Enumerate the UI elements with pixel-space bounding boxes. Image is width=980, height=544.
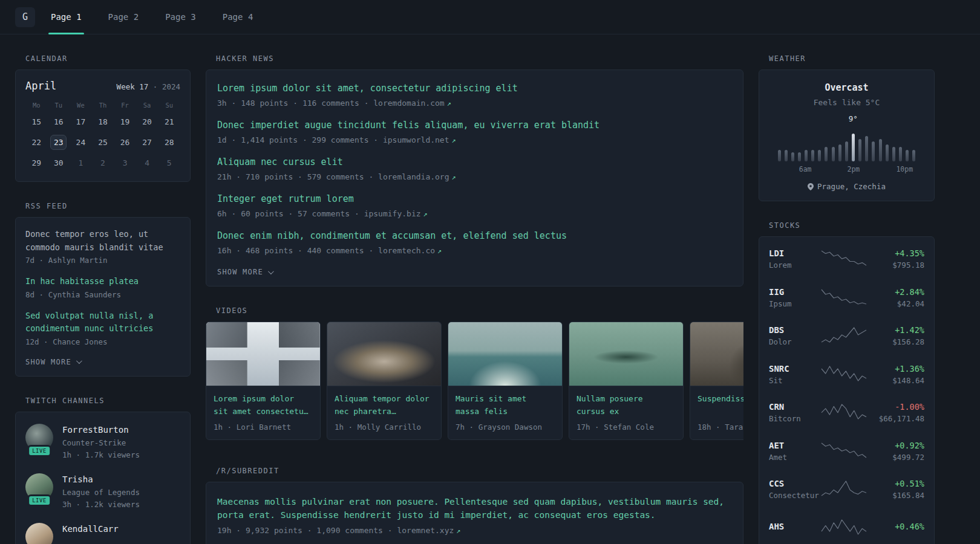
feed-item-domain[interactable]: ipsumworld.net: [383, 135, 449, 144]
stock-row[interactable]: IIG Ipsum +2.84% $42.04: [769, 279, 924, 317]
feed-item-title[interactable]: Donec imperdiet augue tincidunt felis al…: [217, 119, 732, 132]
twitch-channel-viewers: 1h · 1.7k viewers: [62, 450, 140, 459]
app-logo[interactable]: G: [15, 7, 35, 27]
calendar-date: 16: [50, 114, 67, 129]
subreddit-list: Maecenas mollis pulvinar erat non posuer…: [217, 495, 732, 535]
weather-peak-label: 9°: [849, 114, 858, 123]
feed-item-domain[interactable]: loremdomain.com: [373, 99, 444, 108]
calendar-month: April: [25, 80, 56, 92]
stock-sparkline: [821, 364, 867, 384]
feed-item-title[interactable]: Maecenas mollis pulvinar erat non posuer…: [217, 495, 732, 522]
stock-row[interactable]: SNRC Sit +1.36% $148.64: [769, 355, 924, 394]
weather-bar: [886, 144, 889, 161]
rss-show-more-button[interactable]: SHOW MORE: [25, 358, 80, 366]
page-tab[interactable]: Page 4: [223, 0, 253, 34]
stock-change: +1.36%: [867, 364, 924, 374]
feed-item-title[interactable]: Donec enim nibh, condimentum et accumsan…: [217, 230, 732, 242]
twitch-channel[interactable]: LIVE ForrestBurton Counter-Strike 1h · 1…: [25, 424, 180, 459]
rss-item-title[interactable]: Donec tempor eros leo, ut commodo mauris…: [25, 228, 180, 254]
feed-item-title[interactable]: Aliquam nec cursus elit: [217, 156, 732, 169]
feed-item-meta: 16h · 468 points · 440 comments · loremt…: [217, 246, 732, 255]
stock-symbol: CRN: [769, 402, 821, 412]
video-thumbnail: [206, 322, 320, 386]
hn-show-more-button[interactable]: SHOW MORE: [217, 268, 272, 276]
weather-time-label: 6am: [799, 165, 812, 173]
video-title: Suspendisse diam: [697, 393, 743, 418]
feed-item: Lorem ipsum dolor sit amet, consectetur …: [217, 82, 732, 108]
video-card[interactable]: Aliquam tempor dolor nec pharetra… 1h · …: [327, 322, 442, 440]
calendar-date: 15: [28, 114, 45, 129]
weather-bar: [798, 152, 801, 161]
feed-item: Maecenas mollis pulvinar erat non posuer…: [217, 495, 732, 535]
weather-bar: [825, 147, 828, 161]
twitch-list: LIVE ForrestBurton Counter-Strike 1h · 1…: [25, 424, 180, 544]
feed-item-domain[interactable]: ipsumify.biz: [364, 209, 421, 218]
weather-bar: [852, 134, 855, 161]
stock-name: Sit: [769, 376, 821, 385]
calendar-day-header: Fr: [121, 102, 129, 109]
weather-bar: [899, 147, 902, 161]
rss-list: Donec tempor eros leo, ut commodo mauris…: [25, 228, 180, 346]
video-card[interactable]: Suspendisse diam 18h · Tara: [690, 322, 743, 440]
calendar-separator: ·: [153, 82, 158, 91]
stock-price: $499.72: [867, 453, 924, 462]
feed-item-domain[interactable]: loremnet.xyz: [397, 526, 454, 535]
avatar-image: [25, 523, 53, 544]
feed-item-title[interactable]: Integer eget rutrum lorem: [217, 193, 732, 206]
stock-change: +1.42%: [867, 325, 924, 335]
video-card[interactable]: Mauris sit amet massa felis 7h · Grayson…: [448, 322, 563, 440]
page-tab[interactable]: Page 2: [108, 0, 139, 34]
feed-item-meta: 21h · 710 points · 579 comments · loreml…: [217, 172, 732, 181]
weather-bar: [892, 147, 895, 161]
stock-name: Lorem: [769, 261, 821, 270]
hacker-news-card: Lorem ipsum dolor sit amet, consectetur …: [206, 70, 743, 287]
weather-bar: [865, 136, 868, 161]
videos-section-title: VIDEOS: [216, 306, 743, 315]
stock-row[interactable]: DBS Dolor +1.42% $156.28: [769, 317, 924, 355]
stock-sparkline: [821, 441, 867, 461]
twitch-channel-category: League of Legends: [62, 488, 140, 497]
avatar: LIVE: [25, 523, 53, 544]
weather-bar: [912, 150, 915, 161]
stock-sparkline: [821, 479, 867, 499]
weather-bar: [811, 150, 814, 161]
hacker-news-section-title: HACKER NEWS: [216, 54, 743, 63]
rss-item-title[interactable]: In hac habitasse platea: [25, 275, 180, 288]
stock-row[interactable]: LDI Lorem +4.35% $795.18: [769, 240, 924, 279]
page-tab[interactable]: Page 3: [165, 0, 196, 34]
stock-symbol: IIG: [769, 287, 821, 297]
twitch-section-title: TWITCH CHANNELS: [25, 397, 191, 405]
video-card[interactable]: Lorem ipsum dolor sit amet consectetu… 1…: [206, 322, 321, 440]
feed-item-domain[interactable]: loremtech.co: [378, 246, 435, 255]
calendar-date: 26: [117, 135, 133, 150]
stock-row[interactable]: CRN Bitcorn -1.00% $66,171.48: [769, 393, 924, 432]
video-card-body: Mauris sit amet massa felis 7h · Grayson…: [448, 386, 562, 439]
calendar-date: 17: [73, 114, 89, 129]
rss-card: Donec tempor eros leo, ut commodo mauris…: [15, 217, 191, 377]
twitch-channel-viewers: 3h · 1.2k viewers: [62, 500, 140, 509]
page-tab-label: Page 2: [108, 12, 139, 22]
feed-item-title[interactable]: Lorem ipsum dolor sit amet, consectetur …: [217, 82, 732, 95]
calendar-header: April Week 17 · 2024: [25, 80, 180, 92]
video-meta: 7h · Grayson Dawson: [456, 423, 555, 432]
video-card-body: Nullam posuere cursus ex 17h · Stefan Co…: [569, 386, 683, 439]
stock-row[interactable]: CCS Consectetur +0.51% $165.84: [769, 470, 924, 509]
rss-item-title[interactable]: Sed volutpat nulla nisl, a condimentum n…: [25, 309, 180, 335]
twitch-channel[interactable]: LIVE KendallCarr: [25, 523, 180, 544]
video-title: Nullam posuere cursus ex: [577, 393, 676, 418]
calendar-year: 2024: [162, 82, 180, 91]
avatar: LIVE: [25, 424, 53, 452]
stock-row[interactable]: AET Amet +0.92% $499.72: [769, 432, 924, 471]
calendar-date: 28: [161, 135, 177, 150]
page-tab-label: Page 4: [223, 12, 253, 22]
stock-sparkline: [821, 518, 867, 538]
video-card[interactable]: Nullam posuere cursus ex 17h · Stefan Co…: [569, 322, 684, 440]
page-tab[interactable]: Page 1: [51, 0, 82, 34]
twitch-channel[interactable]: LIVE Trisha League of Legends 3h · 1.2k …: [25, 473, 180, 509]
stock-price: $42.04: [867, 299, 924, 308]
feed-item: Aliquam nec cursus elit 21h · 710 points…: [217, 156, 732, 181]
calendar-day-header: Mo: [33, 102, 41, 109]
chevron-down-icon: [268, 268, 274, 274]
stock-row[interactable]: AHS +0.46%: [769, 509, 924, 544]
feed-item-domain[interactable]: loremlandia.org: [378, 172, 449, 181]
